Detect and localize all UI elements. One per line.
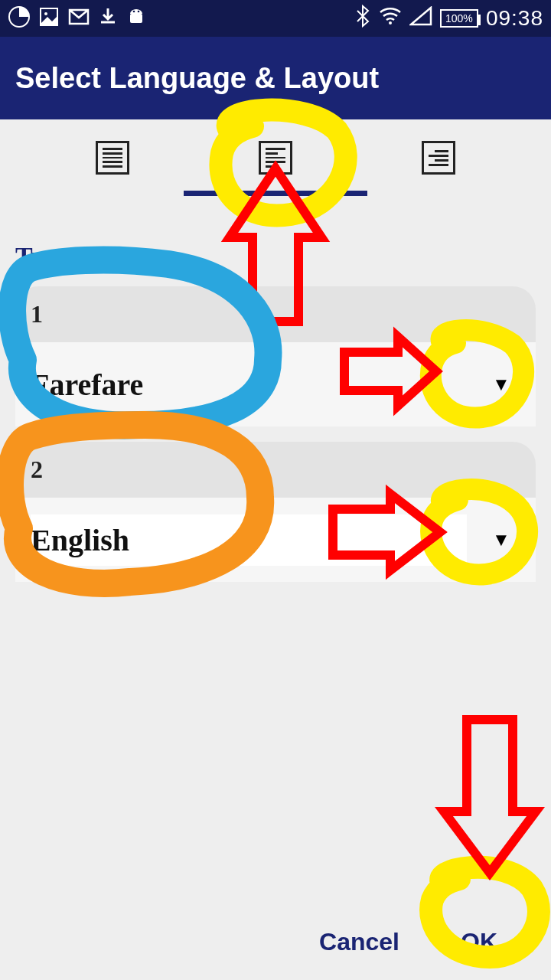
svg-point-4 [133, 11, 135, 13]
cancel-button[interactable]: Cancel [319, 928, 399, 956]
svg-point-2 [44, 12, 47, 15]
battery-icon: 100% [440, 9, 478, 28]
svg-rect-3 [130, 14, 142, 23]
pane-2-number: 2 [15, 442, 536, 498]
signal-icon [409, 6, 432, 31]
download-icon [98, 7, 118, 30]
ok-button[interactable]: OK [461, 928, 497, 956]
dropdown-arrow-1[interactable]: ▼ [467, 374, 536, 395]
section-title: Two Pane [15, 242, 536, 271]
app-bar: Select Language & Layout [0, 37, 551, 119]
status-bar: 100% 09:38 [0, 0, 551, 37]
pane-1-block: 1 Farefare ▼ [15, 286, 536, 426]
footer-buttons: Cancel OK [0, 903, 551, 980]
page-title: Select Language & Layout [15, 62, 379, 95]
pane-1-language-row[interactable]: Farefare ▼ [15, 342, 536, 426]
bluetooth-icon [354, 5, 371, 33]
app-icon [8, 5, 31, 31]
layout-tab-other[interactable] [422, 141, 455, 175]
dropdown-arrow-2[interactable]: ▼ [467, 530, 536, 550]
pane-1-language-label: Farefare [31, 367, 467, 403]
content-area: Two Pane 1 Farefare ▼ 2 English ▼ [0, 196, 551, 582]
image-icon [38, 6, 60, 31]
pane-2-language-row[interactable]: English ▼ [15, 498, 536, 582]
layout-tab-two-pane[interactable] [259, 141, 292, 175]
android-icon [126, 6, 147, 31]
svg-point-5 [138, 11, 140, 13]
pane-2-block: 2 English ▼ [15, 442, 536, 582]
layout-tab-single[interactable] [96, 141, 129, 175]
mail-icon [67, 5, 90, 31]
clock: 09:38 [486, 6, 543, 31]
pane-1-number: 1 [15, 286, 536, 342]
tab-underline [184, 191, 367, 196]
svg-point-6 [389, 21, 392, 24]
pane-2-language-label: English [31, 514, 467, 566]
layout-tabs [0, 119, 551, 196]
wifi-icon [379, 6, 402, 31]
